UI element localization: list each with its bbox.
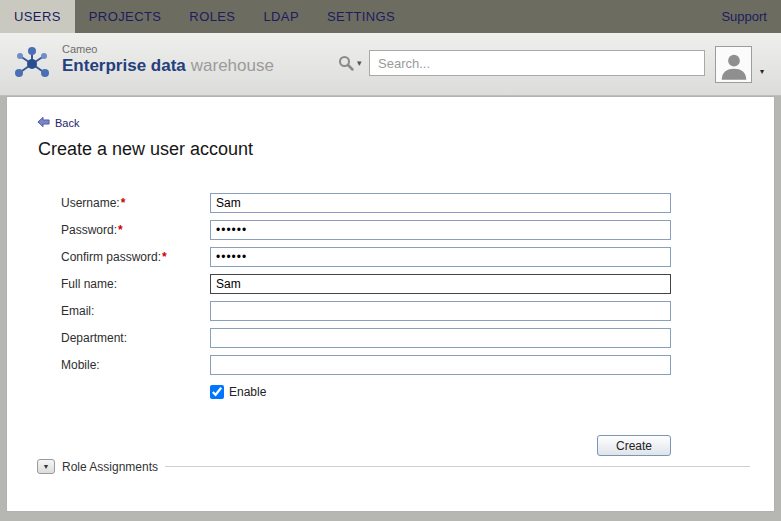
required-mark: * bbox=[118, 223, 123, 237]
field-label: Confirm password:* bbox=[61, 250, 210, 264]
field-label: Password:* bbox=[61, 223, 210, 237]
create-user-form: Username:* Password:* Confirm password:*… bbox=[61, 189, 671, 399]
brand-enterprise-data: Enterprise data bbox=[62, 56, 186, 75]
search-input[interactable] bbox=[369, 50, 705, 76]
form-row-password: Password:* bbox=[61, 216, 671, 243]
top-navigation: USERS PROJECTS ROLES LDAP SETTINGS Suppo… bbox=[0, 0, 781, 33]
nav-item-ldap[interactable]: LDAP bbox=[249, 0, 313, 33]
app-header: Cameo Enterprise datawarehouse ▾ ▾ bbox=[0, 33, 781, 96]
nav-item-users[interactable]: USERS bbox=[0, 0, 75, 33]
section-divider bbox=[165, 466, 750, 467]
page-title: Create a new user account bbox=[38, 139, 253, 160]
search-dropdown-caret-icon[interactable]: ▾ bbox=[357, 58, 362, 68]
brand-cameo: Cameo bbox=[62, 43, 274, 55]
email-input[interactable] bbox=[210, 301, 671, 321]
cameo-logo-icon bbox=[10, 44, 54, 88]
required-mark: * bbox=[121, 196, 126, 210]
role-assignments-section: ▼ Role Assignments bbox=[37, 459, 750, 474]
brand-warehouse: warehouse bbox=[191, 56, 274, 75]
avatar-dropdown-caret-icon[interactable]: ▾ bbox=[760, 67, 764, 76]
required-mark: * bbox=[162, 250, 167, 264]
nav-item-settings[interactable]: SETTINGS bbox=[313, 0, 409, 33]
role-assignments-label: Role Assignments bbox=[62, 460, 158, 474]
field-label: Email: bbox=[61, 304, 210, 318]
enable-checkbox[interactable] bbox=[210, 385, 224, 399]
field-label: Username:* bbox=[61, 196, 210, 210]
form-row-department: Department: bbox=[61, 324, 671, 351]
username-input[interactable] bbox=[210, 193, 671, 213]
back-link[interactable]: Back bbox=[37, 114, 79, 132]
nav-item-support[interactable]: Support bbox=[707, 0, 781, 33]
confirm-password-input[interactable] bbox=[210, 247, 671, 267]
create-button[interactable]: Create bbox=[597, 435, 671, 456]
brand-title: Enterprise datawarehouse bbox=[62, 56, 274, 75]
brand: Cameo Enterprise datawarehouse bbox=[62, 43, 274, 75]
back-arrow-icon bbox=[37, 114, 50, 132]
form-row-email: Email: bbox=[61, 297, 671, 324]
enable-label[interactable]: Enable bbox=[229, 385, 266, 399]
form-row-mobile: Mobile: bbox=[61, 351, 671, 378]
nav-item-roles[interactable]: ROLES bbox=[175, 0, 249, 33]
form-row-username: Username:* bbox=[61, 189, 671, 216]
user-avatar[interactable] bbox=[715, 46, 752, 83]
search-icon[interactable] bbox=[337, 54, 355, 76]
field-label: Full name: bbox=[61, 277, 210, 291]
role-assignments-toggle[interactable]: ▼ bbox=[37, 459, 55, 474]
department-input[interactable] bbox=[210, 328, 671, 348]
nav-item-projects[interactable]: PROJECTS bbox=[75, 0, 176, 33]
form-row-full-name: Full name: bbox=[61, 270, 671, 297]
mobile-input[interactable] bbox=[210, 355, 671, 375]
back-label: Back bbox=[55, 117, 79, 129]
enable-row: Enable bbox=[210, 385, 671, 399]
person-icon bbox=[718, 50, 750, 82]
full-name-input[interactable] bbox=[210, 274, 671, 294]
field-label: Department: bbox=[61, 331, 210, 345]
form-row-confirm-password: Confirm password:* bbox=[61, 243, 671, 270]
triangle-down-icon: ▼ bbox=[43, 463, 50, 470]
content-panel: Back Create a new user account Username:… bbox=[6, 96, 775, 512]
field-label: Mobile: bbox=[61, 358, 210, 372]
password-input[interactable] bbox=[210, 220, 671, 240]
